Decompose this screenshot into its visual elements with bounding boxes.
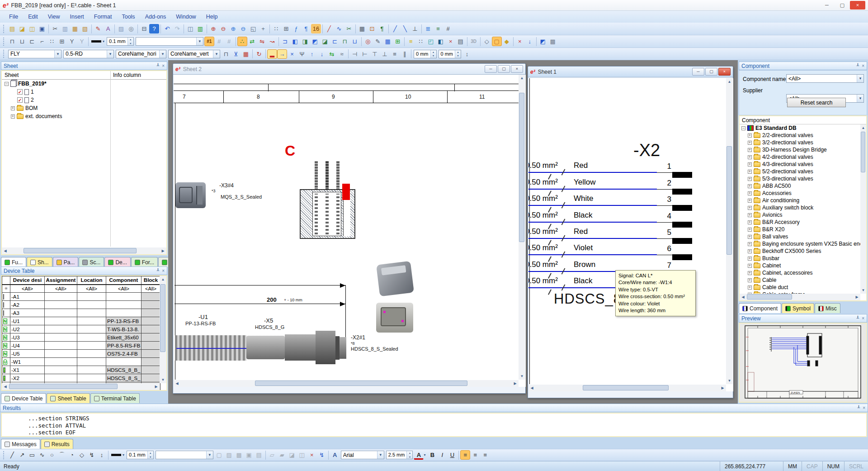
device-designation-cell[interactable]: -U5	[10, 350, 45, 358]
scroll-left-icon[interactable]: ◀	[174, 380, 180, 387]
horizontal-scrollbar[interactable]: ◀ ▶	[740, 294, 860, 300]
scroll-left-icon[interactable]: ◀	[740, 294, 746, 300]
component-cell[interactable]: HDSCS_8_G	[106, 390, 142, 391]
component-folder-row[interactable]: + 3/2-directional valves	[740, 139, 866, 146]
horizontal-scrollbar[interactable]: ◀ ▶	[2, 247, 166, 254]
filter-cell[interactable]: <All>	[77, 285, 106, 293]
location-cell[interactable]	[77, 325, 106, 333]
device-designation-cell[interactable]: -X1	[10, 366, 45, 374]
dock-tab[interactable]: De...	[104, 257, 130, 267]
spin-up-icon[interactable]: ▴	[455, 50, 461, 54]
close-button[interactable]: ×	[850, 1, 865, 10]
scroll-down-icon[interactable]: ▼	[726, 377, 733, 384]
sheet-ref-bottom-icon[interactable]: ◪	[320, 37, 330, 46]
device-designation-cell[interactable]: -U3	[10, 333, 45, 342]
scroll-right-icon[interactable]: ▶	[719, 385, 726, 391]
view-delete-icon[interactable]: ×	[446, 37, 456, 46]
hatch-icon[interactable]: ▨	[224, 450, 234, 460]
close-icon[interactable]: ×	[162, 63, 165, 68]
paste-contents-icon[interactable]: ▧	[80, 24, 90, 33]
component-folder-row[interactable]: + Auxiliary switch block	[740, 204, 866, 211]
column-header[interactable]: Component	[106, 276, 142, 285]
pin-pair-icon[interactable]: ∷	[47, 37, 57, 46]
expand-icon[interactable]: +	[748, 228, 752, 232]
cabinet-blue-icon[interactable]: ◩	[538, 37, 548, 46]
pen-icon[interactable]: ✎	[373, 37, 383, 46]
table-icon[interactable]: ▦	[357, 24, 367, 33]
diagonal-up-icon[interactable]: ╱	[390, 24, 400, 33]
sheet-tree-column-header[interactable]: Sheet	[2, 72, 19, 78]
order-up-icon[interactable]: ◪	[287, 450, 297, 460]
component-folder-row[interactable]: + 2/2-directional valves	[740, 132, 866, 139]
sheet-ref-up-icon[interactable]: ⊓	[340, 37, 350, 46]
component-tab[interactable]: Symbol	[782, 303, 814, 313]
wire-clear-icon[interactable]: #	[224, 37, 234, 46]
splice-y-icon[interactable]: Y	[67, 37, 77, 46]
device-designation-cell[interactable]: -X4	[10, 390, 45, 391]
3d-mode-icon[interactable]: 3D	[469, 37, 479, 46]
table-tab[interactable]: Sheet Table	[47, 393, 90, 403]
copy-format-icon[interactable]: ▨	[116, 24, 126, 33]
scroll-right-icon[interactable]: ▶	[512, 380, 519, 387]
tree-row-bom-folder[interactable]: + BOM	[2, 104, 166, 112]
table-filter-icon[interactable]: ▦	[241, 49, 251, 59]
component-cell[interactable]: PP-8.5-RS-FB	[106, 342, 142, 350]
insert-table-icon[interactable]: ▦	[383, 37, 393, 46]
print-icon[interactable]: ⊟	[139, 24, 149, 33]
scrollbar-thumb[interactable]	[24, 248, 137, 253]
expand-icon[interactable]: +	[748, 278, 752, 282]
assignment-cell[interactable]	[45, 358, 77, 366]
zoom-in-icon[interactable]: ⊕	[208, 24, 218, 33]
expand-icon[interactable]: +	[748, 191, 752, 195]
assignment-cell[interactable]	[45, 293, 77, 301]
cell-attributes-icon[interactable]: ⊡	[367, 24, 377, 33]
underline-icon[interactable]: U	[447, 450, 457, 460]
align-top-icon[interactable]: ⊤	[370, 49, 380, 59]
results-tab[interactable]: Results	[41, 439, 73, 449]
view-half-icon[interactable]: ◧	[436, 37, 446, 46]
menu-item[interactable]: Window	[171, 12, 200, 21]
device-designation-cell[interactable]: -U2	[10, 325, 45, 333]
component-folder-row[interactable]: + 3D-Harness Design Bridge	[740, 146, 866, 153]
wire-row[interactable]: 0.50 mm² Brown 7	[528, 255, 726, 271]
draw-curve-icon[interactable]: ∿	[37, 450, 47, 460]
image-frame-icon[interactable]: ▣	[244, 450, 254, 460]
spin-up-icon[interactable]: ▴	[431, 50, 436, 54]
filter-cell[interactable]: <All>	[142, 285, 160, 293]
align-bottom-icon[interactable]: ⊥	[380, 49, 390, 59]
pin-icon[interactable]: ┸	[156, 63, 159, 68]
sheet-ref-open-icon[interactable]: ◧	[290, 37, 300, 46]
edit-colors-icon[interactable]: ✎	[93, 24, 103, 33]
hash-icon[interactable]: #	[443, 24, 453, 33]
block-cell[interactable]	[142, 325, 160, 333]
reference-down-icon[interactable]: ↓	[317, 49, 327, 59]
grid-dots-icon[interactable]: ∷	[271, 24, 281, 33]
expand-icon[interactable]: +	[748, 220, 752, 224]
draw-dimension-icon[interactable]: ↕	[97, 450, 107, 460]
scroll-up-icon[interactable]: ▲	[519, 75, 525, 81]
line-tool-icon[interactable]: ╱	[324, 24, 334, 33]
expand-icon[interactable]: +	[748, 249, 752, 253]
toolbar-grip[interactable]	[3, 451, 5, 459]
draw-lightning-icon[interactable]: ↯	[87, 450, 97, 460]
expand-icon[interactable]: +	[748, 235, 752, 239]
pattern-icon[interactable]: ▤	[254, 450, 264, 460]
junction-icon[interactable]: ⊥	[410, 24, 420, 33]
spin-down-icon[interactable]: ▾	[128, 42, 133, 46]
close-icon[interactable]: ×	[863, 405, 865, 410]
polyline-tool-icon[interactable]: ∿	[334, 24, 344, 33]
sheet1-canvas[interactable]: -X2 0.50 mm² Red 1	[528, 78, 733, 391]
order-down-icon[interactable]: ◫	[297, 450, 307, 460]
vertical-scrollbar[interactable]: ▲ ▼	[160, 276, 166, 383]
assignment-cell[interactable]	[45, 325, 77, 333]
line-weight-picker[interactable]: ▾	[110, 451, 126, 460]
wire-row[interactable]: 0.50 mm² Violet 6	[528, 239, 726, 255]
draw-ellipse-icon[interactable]: ○	[47, 450, 57, 460]
component-folder-row[interactable]: + 5/3-directional valves	[740, 175, 866, 182]
scrollbar-thumb[interactable]	[726, 146, 732, 255]
component-tab[interactable]: Component	[739, 303, 781, 313]
component-cell[interactable]: HDSCS_8_B_	[106, 366, 142, 374]
sheet-ref-left-icon[interactable]: ⊏	[330, 37, 340, 46]
ladder-blue-icon[interactable]: ≣	[423, 24, 433, 33]
assignment-cell[interactable]	[45, 317, 77, 325]
